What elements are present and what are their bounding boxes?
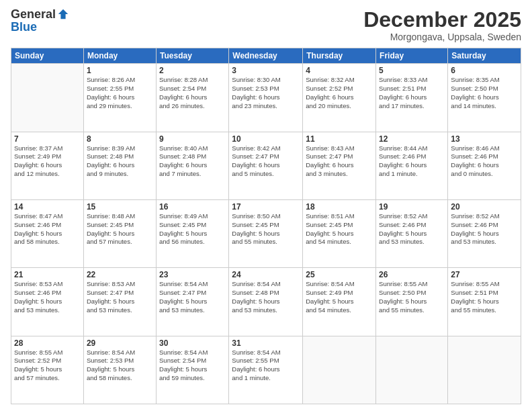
day-number: 22 [87,270,153,279]
day-number: 4 [306,66,373,75]
calendar-cell: 1Sunrise: 8:26 AMSunset: 2:55 PMDaylight… [83,64,156,132]
calendar-cell: 13Sunrise: 8:46 AMSunset: 2:46 PMDayligh… [448,132,521,199]
day-info: Sunrise: 8:33 AMSunset: 2:51 PMDaylight:… [379,76,445,110]
calendar-cell: 8Sunrise: 8:39 AMSunset: 2:48 PMDaylight… [83,132,156,199]
calendar-cell: 16Sunrise: 8:49 AMSunset: 2:45 PMDayligh… [157,199,229,267]
day-info: Sunrise: 8:47 AMSunset: 2:46 PMDaylight:… [14,212,81,246]
day-number: 1 [87,66,153,75]
calendar-cell: 2Sunrise: 8:28 AMSunset: 2:54 PMDaylight… [157,64,229,132]
day-info: Sunrise: 8:54 AMSunset: 2:48 PMDaylight:… [232,280,300,314]
day-info: Sunrise: 8:37 AMSunset: 2:49 PMDaylight:… [14,144,81,179]
calendar-cell: 30Sunrise: 8:54 AMSunset: 2:54 PMDayligh… [157,336,229,404]
day-info: Sunrise: 8:48 AMSunset: 2:45 PMDaylight:… [87,212,153,246]
calendar-cell: 23Sunrise: 8:54 AMSunset: 2:47 PMDayligh… [157,268,229,336]
day-info: Sunrise: 8:54 AMSunset: 2:55 PMDaylight:… [232,349,300,383]
logo-icon [57,8,69,20]
day-info: Sunrise: 8:26 AMSunset: 2:55 PMDaylight:… [87,76,153,110]
day-number: 28 [14,338,81,348]
calendar-header-saturday: Saturday [448,48,521,64]
calendar-cell: 21Sunrise: 8:53 AMSunset: 2:46 PMDayligh… [11,268,84,336]
calendar-cell: 27Sunrise: 8:55 AMSunset: 2:51 PMDayligh… [448,268,521,336]
day-info: Sunrise: 8:35 AMSunset: 2:50 PMDaylight:… [451,76,518,110]
day-info: Sunrise: 8:43 AMSunset: 2:47 PMDaylight:… [306,144,373,179]
day-info: Sunrise: 8:53 AMSunset: 2:46 PMDaylight:… [14,280,81,314]
calendar-cell: 4Sunrise: 8:32 AMSunset: 2:52 PMDaylight… [303,64,376,132]
day-info: Sunrise: 8:53 AMSunset: 2:47 PMDaylight:… [87,280,153,314]
calendar-cell [11,64,84,132]
day-number: 5 [379,66,445,75]
calendar-cell: 17Sunrise: 8:50 AMSunset: 2:45 PMDayligh… [229,199,303,267]
day-info: Sunrise: 8:55 AMSunset: 2:50 PMDaylight:… [379,280,445,314]
calendar-cell: 10Sunrise: 8:42 AMSunset: 2:47 PMDayligh… [229,132,303,199]
calendar-cell: 15Sunrise: 8:48 AMSunset: 2:45 PMDayligh… [83,199,156,267]
day-info: Sunrise: 8:54 AMSunset: 2:54 PMDaylight:… [159,349,226,383]
day-number: 11 [306,134,373,144]
day-info: Sunrise: 8:28 AMSunset: 2:54 PMDaylight:… [159,76,226,110]
calendar: SundayMondayTuesdayWednesdayThursdayFrid… [11,48,521,404]
calendar-cell: 20Sunrise: 8:52 AMSunset: 2:46 PMDayligh… [448,199,521,267]
day-number: 31 [232,338,300,348]
day-number: 12 [379,134,445,144]
calendar-cell: 12Sunrise: 8:44 AMSunset: 2:46 PMDayligh… [376,132,448,199]
day-number: 25 [306,270,373,279]
calendar-week-5: 28Sunrise: 8:55 AMSunset: 2:52 PMDayligh… [11,336,521,404]
calendar-cell: 7Sunrise: 8:37 AMSunset: 2:49 PMDaylight… [11,132,84,199]
calendar-cell: 31Sunrise: 8:54 AMSunset: 2:55 PMDayligh… [229,336,303,404]
calendar-cell: 11Sunrise: 8:43 AMSunset: 2:47 PMDayligh… [303,132,376,199]
logo-general-text: General [11,8,56,20]
calendar-cell: 14Sunrise: 8:47 AMSunset: 2:46 PMDayligh… [11,199,84,267]
day-number: 14 [14,202,81,212]
header: General Blue December 2025 Morgongava, U… [11,8,521,42]
day-number: 15 [87,202,153,212]
calendar-cell [376,336,448,404]
page: General Blue December 2025 Morgongava, U… [0,0,532,411]
day-number: 30 [159,338,226,348]
day-number: 18 [306,202,373,212]
calendar-header-friday: Friday [376,48,448,64]
day-info: Sunrise: 8:49 AMSunset: 2:45 PMDaylight:… [159,212,226,246]
calendar-header-wednesday: Wednesday [229,48,303,64]
calendar-cell: 28Sunrise: 8:55 AMSunset: 2:52 PMDayligh… [11,336,84,404]
calendar-header-thursday: Thursday [303,48,376,64]
calendar-week-3: 14Sunrise: 8:47 AMSunset: 2:46 PMDayligh… [11,199,521,267]
day-info: Sunrise: 8:44 AMSunset: 2:46 PMDaylight:… [379,144,445,179]
calendar-cell: 6Sunrise: 8:35 AMSunset: 2:50 PMDaylight… [448,64,521,132]
calendar-cell: 29Sunrise: 8:54 AMSunset: 2:53 PMDayligh… [83,336,156,404]
day-info: Sunrise: 8:39 AMSunset: 2:48 PMDaylight:… [87,144,153,179]
calendar-cell [448,336,521,404]
logo: General Blue [11,8,69,34]
calendar-cell: 9Sunrise: 8:40 AMSunset: 2:48 PMDaylight… [157,132,229,199]
day-number: 23 [159,270,226,279]
calendar-header-monday: Monday [83,48,156,64]
day-number: 3 [232,66,300,75]
day-number: 9 [159,134,226,144]
day-info: Sunrise: 8:54 AMSunset: 2:47 PMDaylight:… [159,280,226,314]
calendar-header-sunday: Sunday [11,48,84,64]
day-number: 26 [379,270,445,279]
day-number: 24 [232,270,300,279]
calendar-cell: 19Sunrise: 8:52 AMSunset: 2:46 PMDayligh… [376,199,448,267]
day-number: 2 [159,66,226,75]
day-info: Sunrise: 8:54 AMSunset: 2:49 PMDaylight:… [306,280,373,314]
logo-blue-text: Blue [11,20,37,34]
day-number: 27 [451,270,518,279]
calendar-cell: 26Sunrise: 8:55 AMSunset: 2:50 PMDayligh… [376,268,448,336]
day-info: Sunrise: 8:51 AMSunset: 2:45 PMDaylight:… [306,212,373,246]
day-info: Sunrise: 8:52 AMSunset: 2:46 PMDaylight:… [379,212,445,246]
day-number: 7 [14,134,81,144]
day-info: Sunrise: 8:54 AMSunset: 2:53 PMDaylight:… [87,349,153,383]
day-number: 13 [451,134,518,144]
day-number: 10 [232,134,300,144]
day-info: Sunrise: 8:46 AMSunset: 2:46 PMDaylight:… [451,144,518,179]
day-number: 19 [379,202,445,212]
calendar-cell [303,336,376,404]
calendar-header-tuesday: Tuesday [157,48,229,64]
day-info: Sunrise: 8:42 AMSunset: 2:47 PMDaylight:… [232,144,300,179]
calendar-week-2: 7Sunrise: 8:37 AMSunset: 2:49 PMDaylight… [11,132,521,199]
calendar-cell: 5Sunrise: 8:33 AMSunset: 2:51 PMDaylight… [376,64,448,132]
subtitle: Morgongava, Uppsala, Sweden [363,32,521,42]
day-number: 29 [87,338,153,348]
calendar-header-row: SundayMondayTuesdayWednesdayThursdayFrid… [11,48,521,64]
day-info: Sunrise: 8:55 AMSunset: 2:51 PMDaylight:… [451,280,518,314]
day-number: 17 [232,202,300,212]
